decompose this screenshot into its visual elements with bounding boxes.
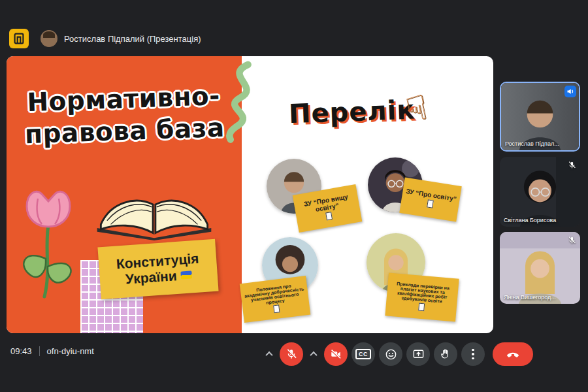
tulip-illustration [12,186,85,300]
end-call-button[interactable] [493,342,533,366]
participant-tile-rostyslav[interactable]: Ростислав Підпал... [500,82,580,152]
camera-options-button[interactable] [307,348,320,361]
participant-name: Світлана Борисова [504,217,556,223]
shared-presentation-tile[interactable]: Нормативно- правова база Конституція [7,56,493,333]
mic-options-button[interactable] [263,348,276,361]
participant-name: Ростислав Підпал... [505,140,559,147]
ukraine-flag-icon [180,270,192,279]
camera-off-button[interactable] [324,342,348,366]
note-plagiarism-check: Приклади перевірки на плагіат наукових т… [385,272,459,321]
mic-muted-icon [566,159,577,170]
participant-tile-yanina[interactable]: Яніна Вишегород... [500,232,580,304]
call-controls: CC [263,340,533,368]
mic-off-icon [286,348,297,360]
constitution-sticky-note: Конституція України [97,239,218,299]
note-education-law: ЗУ “Про освіту” [399,177,462,221]
document-icon [418,303,425,312]
audio-active-icon [564,86,576,97]
sticky-line2: України [125,268,177,287]
slide-list-title: Перелік [288,95,416,129]
present-icon [412,348,425,361]
clock-time: 09:43 [10,346,32,356]
more-options-button[interactable] [461,342,485,366]
presenter-chip: Ростислав Підпалий (Презентація) [41,30,201,47]
open-book-illustration [89,167,220,240]
camera-off-icon [330,348,342,360]
meeting-info: 09:43 ofn-dyiu-nmt [10,346,94,356]
note-academic-integrity: Положення про академічну доброчесність у… [240,276,311,323]
chevron-up-icon [265,351,272,359]
captions-button[interactable]: CC [351,342,375,366]
meeting-code: ofn-dyiu-nmt [47,346,94,356]
reactions-button[interactable] [379,342,402,366]
document-icon [325,212,333,220]
participant-name: Яніна Вишегород... [504,294,556,301]
slide-main-title: Нормативно- правова база [7,80,241,152]
raise-hand-button[interactable] [434,342,457,366]
presenter-avatar [41,30,57,47]
meet-window: Ростислав Підпалий (Презентація) Нормати… [0,0,588,392]
mic-mute-button[interactable] [280,342,303,366]
app-logo-icon [12,31,26,46]
mic-muted-icon [566,235,577,245]
present-screen-button[interactable] [406,342,430,366]
app-logo-button[interactable] [9,29,29,48]
participant-tile-svitlana[interactable]: Світлана Борисова [500,157,580,227]
more-vertical-icon [472,349,474,360]
document-icon [427,199,434,208]
cc-icon: CC [355,349,371,359]
divider [39,346,40,356]
end-call-icon [506,347,520,361]
smiley-icon [385,348,397,361]
raise-hand-icon [440,348,451,360]
green-squiggle-decoration [213,56,267,152]
presenter-label: Ростислав Підпалий (Презентація) [64,34,201,44]
chevron-up-icon [310,351,317,359]
document-icon [273,304,280,313]
